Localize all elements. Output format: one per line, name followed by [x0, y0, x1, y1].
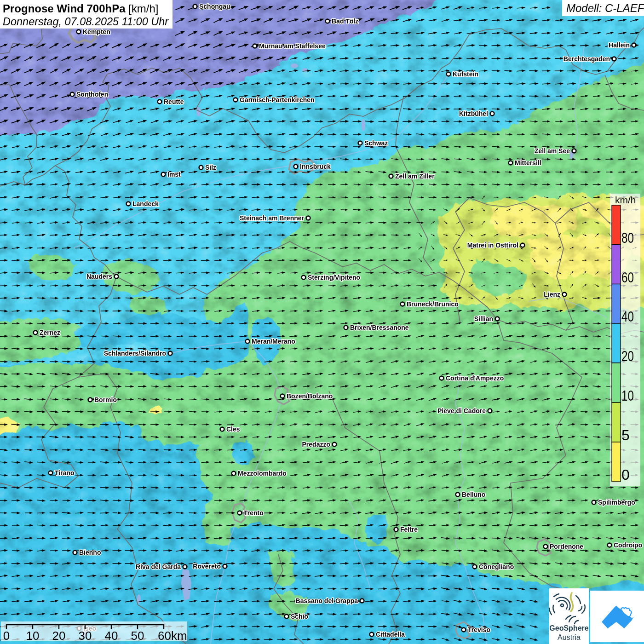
svg-text:Belluno: Belluno — [462, 491, 485, 498]
svg-text:Lienz: Lienz — [544, 291, 560, 298]
svg-text:Berchtesgaden: Berchtesgaden — [564, 55, 610, 63]
svg-text:Kempten: Kempten — [83, 28, 110, 35]
svg-text:Garmisch-Partenkirchen: Garmisch-Partenkirchen — [240, 96, 315, 104]
svg-text:Bormio: Bormio — [94, 396, 117, 403]
svg-text:Spilimbergo: Spilimbergo — [598, 499, 635, 506]
svg-text:20: 20 — [621, 348, 634, 364]
svg-text:40: 40 — [105, 629, 118, 643]
svg-text:Bienno: Bienno — [79, 549, 101, 556]
svg-text:Imst: Imst — [167, 171, 181, 178]
svg-text:Brixen/Bressanone: Brixen/Bressanone — [350, 324, 409, 331]
svg-text:Bozen/Bolzano: Bozen/Bolzano — [287, 392, 333, 400]
svg-text:10: 10 — [621, 387, 634, 404]
svg-text:Treviso: Treviso — [468, 626, 490, 633]
svg-text:Innsbruck: Innsbruck — [300, 163, 331, 170]
svg-text:Cles: Cles — [226, 426, 240, 433]
svg-text:Kufstein: Kufstein — [453, 70, 478, 78]
svg-text:20: 20 — [52, 629, 66, 643]
svg-text:Bruneck/Brunico: Bruneck/Brunico — [407, 300, 459, 308]
svg-text:Riva del Garda: Riva del Garda — [136, 563, 181, 570]
svg-text:Rovereto: Rovereto — [193, 563, 221, 570]
svg-text:Austria: Austria — [558, 633, 581, 641]
svg-text:50: 50 — [131, 629, 144, 643]
svg-text:Zernez: Zernez — [40, 329, 60, 336]
svg-text:0: 0 — [3, 629, 10, 643]
svg-text:5: 5 — [621, 427, 630, 443]
svg-text:Zell am Ziller: Zell am Ziller — [395, 172, 435, 180]
svg-text:Modell: C-LAEF: Modell: C-LAEF — [566, 2, 644, 14]
svg-text:Sonthofen: Sonthofen — [76, 91, 108, 98]
svg-text:60: 60 — [621, 269, 634, 286]
svg-text:GeoSphere: GeoSphere — [549, 624, 588, 632]
svg-text:Bassano del Grappa: Bassano del Grappa — [296, 597, 358, 604]
svg-text:Landeck: Landeck — [132, 200, 159, 207]
svg-text:Schio: Schio — [291, 613, 308, 620]
svg-text:Feltre: Feltre — [400, 526, 418, 533]
svg-text:Zell am See: Zell am See — [535, 147, 570, 155]
svg-text:Conegliano: Conegliano — [479, 563, 514, 570]
svg-text:Nauders: Nauders — [86, 273, 112, 280]
svg-text:Pieve di Cadore: Pieve di Cadore — [437, 407, 486, 414]
svg-text:Trento: Trento — [244, 509, 264, 517]
svg-text:Cittadella: Cittadella — [376, 631, 405, 638]
svg-text:Schongau: Schongau — [199, 3, 230, 10]
svg-text:80: 80 — [621, 230, 634, 246]
svg-text:Steinach am Brenner: Steinach am Brenner — [240, 214, 305, 222]
svg-text:Schlanders/Silandro: Schlanders/Silandro — [104, 350, 166, 357]
svg-text:km/h: km/h — [615, 195, 636, 205]
svg-text:10: 10 — [26, 629, 40, 643]
svg-text:Donnerstag, 07.08.2025 11:00 U: Donnerstag, 07.08.2025 11:00 Uhr — [3, 16, 169, 28]
svg-text:60km: 60km — [158, 629, 187, 643]
svg-text:Silz: Silz — [205, 164, 216, 171]
svg-text:Cortina d'Ampezzo: Cortina d'Ampezzo — [446, 374, 504, 382]
svg-text:30: 30 — [79, 629, 92, 643]
svg-text:Pordenone: Pordenone — [550, 543, 583, 550]
svg-text:Meran/Merano: Meran/Merano — [252, 338, 295, 345]
svg-text:Prognose Wind 700hPa [km/h]: Prognose Wind 700hPa [km/h] — [3, 2, 159, 15]
svg-text:0: 0 — [621, 466, 630, 483]
svg-text:Mittersill: Mittersill — [515, 159, 541, 167]
svg-text:Predazzo: Predazzo — [302, 441, 330, 448]
svg-text:Schwaz: Schwaz — [364, 139, 388, 147]
svg-text:Sillian: Sillian — [474, 315, 493, 322]
svg-text:Sterzing/Vipiteno: Sterzing/Vipiteno — [308, 274, 360, 281]
svg-text:Murnau am Staffelsee: Murnau am Staffelsee — [259, 42, 326, 50]
svg-text:40: 40 — [621, 308, 634, 325]
svg-text:Reutte: Reutte — [164, 98, 184, 105]
svg-text:Mezzolombardo: Mezzolombardo — [238, 470, 287, 477]
svg-text:Bad Tölz: Bad Tölz — [332, 17, 358, 25]
svg-text:Matrei in Osttirol: Matrei in Osttirol — [467, 242, 518, 249]
svg-text:Hallein: Hallein — [609, 41, 630, 49]
svg-text:Codroipo: Codroipo — [614, 541, 642, 549]
svg-text:Tirano: Tirano — [55, 469, 75, 477]
svg-text:Kitzbühel: Kitzbühel — [459, 110, 488, 117]
